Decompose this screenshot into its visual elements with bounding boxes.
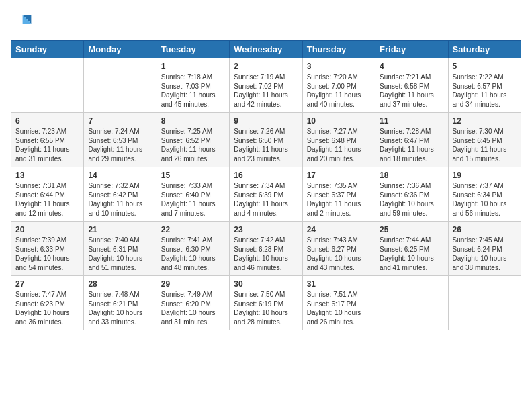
calendar-cell: 4Sunrise: 7:21 AM Sunset: 6:58 PM Daylig… (375, 58, 448, 113)
day-info: Sunrise: 7:44 AM Sunset: 6:25 PM Dayligh… (380, 236, 443, 272)
day-info: Sunrise: 7:39 AM Sunset: 6:33 PM Dayligh… (15, 236, 79, 272)
calendar-cell: 15Sunrise: 7:33 AM Sunset: 6:40 PM Dayli… (157, 167, 229, 222)
day-number: 8 (161, 116, 225, 126)
calendar-cell: 26Sunrise: 7:45 AM Sunset: 6:24 PM Dayli… (448, 222, 521, 276)
day-number: 31 (307, 279, 371, 289)
day-info: Sunrise: 7:36 AM Sunset: 6:36 PM Dayligh… (380, 181, 443, 218)
day-info: Sunrise: 7:19 AM Sunset: 7:02 PM Dayligh… (234, 73, 298, 109)
calendar-cell: 9Sunrise: 7:26 AM Sunset: 6:50 PM Daylig… (230, 113, 302, 167)
day-info: Sunrise: 7:30 AM Sunset: 6:45 PM Dayligh… (453, 127, 517, 163)
calendar-cell: 24Sunrise: 7:43 AM Sunset: 6:27 PM Dayli… (302, 222, 375, 276)
calendar-week-row: 6Sunrise: 7:23 AM Sunset: 6:55 PM Daylig… (11, 113, 521, 167)
calendar-cell: 3Sunrise: 7:20 AM Sunset: 7:00 PM Daylig… (302, 58, 375, 113)
day-info: Sunrise: 7:43 AM Sunset: 6:27 PM Dayligh… (307, 236, 371, 272)
day-info: Sunrise: 7:20 AM Sunset: 7:00 PM Dayligh… (307, 73, 371, 109)
weekday-header-thursday: Thursday (302, 41, 375, 58)
day-number: 14 (88, 171, 152, 180)
day-number: 23 (234, 225, 298, 234)
day-number: 30 (234, 279, 298, 289)
calendar-cell: 2Sunrise: 7:19 AM Sunset: 7:02 PM Daylig… (230, 58, 302, 113)
day-number: 3 (307, 62, 371, 71)
day-number: 4 (380, 62, 443, 71)
calendar-table: SundayMondayTuesdayWednesdayThursdayFrid… (11, 40, 521, 330)
day-number: 5 (453, 62, 517, 71)
day-info: Sunrise: 7:18 AM Sunset: 7:03 PM Dayligh… (161, 73, 225, 109)
calendar-cell: 25Sunrise: 7:44 AM Sunset: 6:25 PM Dayli… (375, 222, 448, 276)
day-number: 28 (88, 279, 152, 289)
day-info: Sunrise: 7:48 AM Sunset: 6:21 PM Dayligh… (88, 290, 152, 326)
calendar-week-row: 27Sunrise: 7:47 AM Sunset: 6:23 PM Dayli… (11, 276, 521, 330)
day-info: Sunrise: 7:32 AM Sunset: 6:42 PM Dayligh… (88, 181, 152, 218)
day-info: Sunrise: 7:33 AM Sunset: 6:40 PM Dayligh… (161, 181, 225, 218)
calendar-cell: 11Sunrise: 7:28 AM Sunset: 6:47 PM Dayli… (375, 113, 448, 167)
page-header (11, 11, 521, 32)
calendar-cell: 20Sunrise: 7:39 AM Sunset: 6:33 PM Dayli… (11, 222, 84, 276)
day-number: 7 (88, 116, 152, 126)
calendar-cell: 23Sunrise: 7:42 AM Sunset: 6:28 PM Dayli… (230, 222, 302, 276)
day-number: 17 (307, 171, 371, 180)
calendar-cell (448, 276, 521, 330)
day-info: Sunrise: 7:26 AM Sunset: 6:50 PM Dayligh… (234, 127, 298, 163)
day-info: Sunrise: 7:41 AM Sunset: 6:30 PM Dayligh… (161, 236, 225, 272)
calendar-week-row: 13Sunrise: 7:31 AM Sunset: 6:44 PM Dayli… (11, 167, 521, 222)
weekday-header-monday: Monday (84, 41, 157, 58)
day-number: 29 (161, 279, 225, 289)
day-number: 15 (161, 171, 225, 180)
calendar-cell: 8Sunrise: 7:25 AM Sunset: 6:52 PM Daylig… (157, 113, 229, 167)
day-number: 22 (161, 225, 225, 234)
day-number: 1 (161, 62, 225, 71)
day-info: Sunrise: 7:31 AM Sunset: 6:44 PM Dayligh… (15, 181, 79, 218)
day-info: Sunrise: 7:34 AM Sunset: 6:39 PM Dayligh… (234, 181, 298, 218)
logo-icon (11, 11, 32, 32)
weekday-header-wednesday: Wednesday (230, 41, 302, 58)
day-number: 27 (15, 279, 79, 289)
calendar-cell (375, 276, 448, 330)
day-number: 10 (307, 116, 371, 126)
day-info: Sunrise: 7:50 AM Sunset: 6:19 PM Dayligh… (234, 290, 298, 326)
day-info: Sunrise: 7:45 AM Sunset: 6:24 PM Dayligh… (453, 236, 517, 272)
calendar-cell: 17Sunrise: 7:35 AM Sunset: 6:37 PM Dayli… (302, 167, 375, 222)
calendar-cell: 31Sunrise: 7:51 AM Sunset: 6:17 PM Dayli… (302, 276, 375, 330)
day-number: 19 (453, 171, 517, 180)
day-info: Sunrise: 7:40 AM Sunset: 6:31 PM Dayligh… (88, 236, 152, 272)
day-number: 25 (380, 225, 443, 234)
day-info: Sunrise: 7:24 AM Sunset: 6:53 PM Dayligh… (88, 127, 152, 163)
calendar-cell: 10Sunrise: 7:27 AM Sunset: 6:48 PM Dayli… (302, 113, 375, 167)
weekday-header-friday: Friday (375, 41, 448, 58)
day-info: Sunrise: 7:23 AM Sunset: 6:55 PM Dayligh… (15, 127, 79, 163)
day-number: 9 (234, 116, 298, 126)
day-info: Sunrise: 7:49 AM Sunset: 6:20 PM Dayligh… (161, 290, 225, 326)
calendar-header-row: SundayMondayTuesdayWednesdayThursdayFrid… (11, 41, 521, 58)
day-info: Sunrise: 7:21 AM Sunset: 6:58 PM Dayligh… (380, 73, 443, 109)
day-number: 6 (15, 116, 79, 126)
calendar-cell: 28Sunrise: 7:48 AM Sunset: 6:21 PM Dayli… (84, 276, 157, 330)
calendar-cell: 7Sunrise: 7:24 AM Sunset: 6:53 PM Daylig… (84, 113, 157, 167)
day-number: 13 (15, 171, 79, 180)
logo (11, 11, 35, 32)
day-info: Sunrise: 7:51 AM Sunset: 6:17 PM Dayligh… (307, 290, 371, 326)
calendar-cell (11, 58, 84, 113)
weekday-header-sunday: Sunday (11, 41, 84, 58)
weekday-header-tuesday: Tuesday (157, 41, 229, 58)
day-number: 16 (234, 171, 298, 180)
calendar-cell: 12Sunrise: 7:30 AM Sunset: 6:45 PM Dayli… (448, 113, 521, 167)
day-info: Sunrise: 7:35 AM Sunset: 6:37 PM Dayligh… (307, 181, 371, 218)
calendar-cell: 29Sunrise: 7:49 AM Sunset: 6:20 PM Dayli… (157, 276, 229, 330)
calendar-cell: 1Sunrise: 7:18 AM Sunset: 7:03 PM Daylig… (157, 58, 229, 113)
calendar-cell: 14Sunrise: 7:32 AM Sunset: 6:42 PM Dayli… (84, 167, 157, 222)
calendar-week-row: 20Sunrise: 7:39 AM Sunset: 6:33 PM Dayli… (11, 222, 521, 276)
calendar-cell: 19Sunrise: 7:37 AM Sunset: 6:34 PM Dayli… (448, 167, 521, 222)
weekday-header-saturday: Saturday (448, 41, 521, 58)
calendar-cell: 16Sunrise: 7:34 AM Sunset: 6:39 PM Dayli… (230, 167, 302, 222)
day-info: Sunrise: 7:25 AM Sunset: 6:52 PM Dayligh… (161, 127, 225, 163)
calendar-cell: 22Sunrise: 7:41 AM Sunset: 6:30 PM Dayli… (157, 222, 229, 276)
calendar-cell: 27Sunrise: 7:47 AM Sunset: 6:23 PM Dayli… (11, 276, 84, 330)
calendar-cell: 30Sunrise: 7:50 AM Sunset: 6:19 PM Dayli… (230, 276, 302, 330)
calendar-cell: 13Sunrise: 7:31 AM Sunset: 6:44 PM Dayli… (11, 167, 84, 222)
day-info: Sunrise: 7:37 AM Sunset: 6:34 PM Dayligh… (453, 181, 517, 218)
day-number: 26 (453, 225, 517, 234)
day-info: Sunrise: 7:22 AM Sunset: 6:57 PM Dayligh… (453, 73, 517, 109)
calendar-cell: 6Sunrise: 7:23 AM Sunset: 6:55 PM Daylig… (11, 113, 84, 167)
day-info: Sunrise: 7:27 AM Sunset: 6:48 PM Dayligh… (307, 127, 371, 163)
day-info: Sunrise: 7:47 AM Sunset: 6:23 PM Dayligh… (15, 290, 79, 326)
